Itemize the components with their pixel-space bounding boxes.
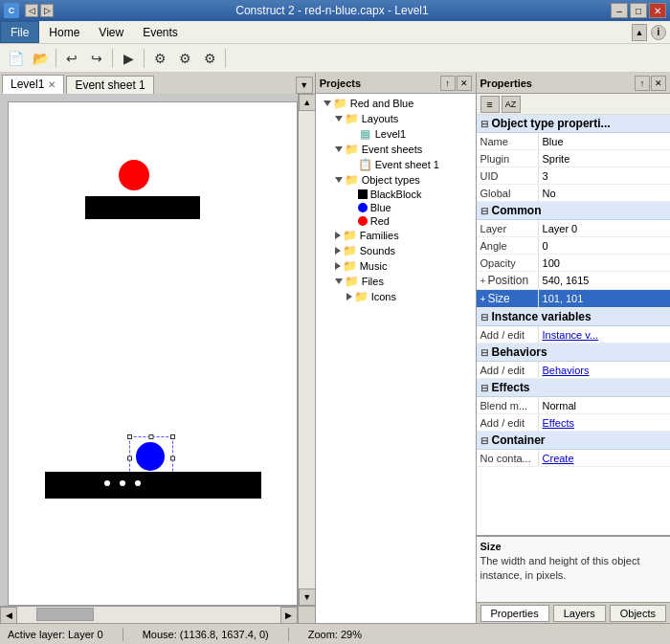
section-behaviors[interactable]: ⊟ Behaviors — [477, 344, 670, 362]
props-list-btn[interactable]: ≡ — [480, 96, 500, 113]
props-label-size: + Size — [477, 290, 539, 307]
tree-sounds[interactable]: 📁 Sounds — [316, 243, 476, 258]
redo-btn[interactable]: ↪ — [85, 47, 108, 70]
sel-handle-tr[interactable] — [170, 434, 175, 439]
minimize-button[interactable]: – — [611, 3, 628, 18]
horizontal-scrollbar[interactable]: ◀ ▶ — [0, 606, 298, 623]
new-btn[interactable]: 📄 — [4, 47, 27, 70]
tab-dropdown[interactable]: ▼ — [296, 77, 313, 94]
menu-home[interactable]: Home — [39, 21, 89, 43]
scroll-left-btn[interactable]: ◀ — [0, 607, 17, 623]
tab-eventsheet[interactable]: Event sheet 1 — [66, 76, 153, 94]
section-container[interactable]: ⊟ Container — [477, 432, 670, 450]
open-btn[interactable]: 📂 — [29, 47, 52, 70]
tree-layouts-icon: 📁 — [345, 112, 360, 125]
tab-level1[interactable]: Level1 ✕ — [2, 75, 64, 94]
section-behaviors-toggle[interactable]: ⊟ — [480, 347, 488, 358]
menu-events[interactable]: Events — [133, 21, 188, 43]
scroll-up-btn[interactable]: ▲ — [299, 94, 315, 111]
props-sort-btn[interactable]: AZ — [502, 96, 521, 113]
props-label-plugin: Plugin — [477, 150, 539, 167]
toolbar-small-btn2[interactable]: ▷ — [40, 4, 54, 17]
maximize-button[interactable]: □ — [630, 3, 647, 18]
position-expand[interactable]: + — [480, 276, 486, 286]
hscroll-track[interactable] — [17, 607, 280, 623]
menu-view[interactable]: View — [89, 21, 133, 43]
toolbar-small-btn[interactable]: ◁ — [25, 4, 38, 17]
scroll-right-btn[interactable]: ▶ — [280, 607, 298, 623]
menu-arrow-up[interactable]: ▲ — [632, 24, 647, 41]
behaviors-link[interactable]: Behaviors — [543, 365, 590, 376]
btab-properties[interactable]: Properties — [480, 605, 549, 622]
section-instancevars-toggle[interactable]: ⊟ — [480, 312, 488, 322]
sel-handle-tm[interactable] — [149, 434, 154, 439]
btab-layers[interactable]: Layers — [553, 605, 606, 622]
tree-sounds-icon: 📁 — [343, 244, 358, 257]
tree-files[interactable]: 📁 Files — [316, 274, 476, 289]
projects-close-btn[interactable]: ✕ — [457, 76, 472, 91]
projects-pin-btn[interactable]: ↑ — [440, 76, 456, 91]
canvas-inner[interactable] — [8, 101, 298, 606]
tree-object-types[interactable]: 📁 Object types — [316, 172, 476, 188]
btab-objects[interactable]: Objects — [610, 605, 666, 622]
props-row-behaviors-link: Add / edit Behaviors — [477, 362, 670, 379]
create-link[interactable]: Create — [543, 453, 574, 464]
props-val-instance: Instance v... — [539, 326, 670, 343]
props-close-btn[interactable]: ✕ — [651, 76, 666, 91]
section-objtype[interactable]: ⊟ Object type properti... — [477, 115, 670, 133]
tree-layouts[interactable]: 📁 Layouts — [316, 111, 476, 126]
tree-root[interactable]: 📁 Red and Blue — [316, 96, 476, 111]
status-sep2 — [288, 628, 289, 641]
vscroll-track[interactable] — [299, 111, 315, 588]
projects-tree[interactable]: 📁 Red and Blue 📁 Layouts ▦ Level1 📁 Even… — [316, 94, 476, 623]
section-objtype-label: Object type properti... — [492, 117, 611, 130]
tab-level1-close[interactable]: ✕ — [48, 79, 56, 90]
section-container-toggle[interactable]: ⊟ — [480, 435, 488, 446]
toolbar-sep2 — [112, 49, 113, 68]
section-common-toggle[interactable]: ⊟ — [480, 206, 488, 216]
left-panel: Level1 ✕ Event sheet 1 ▼ — [0, 73, 316, 623]
tree-icons[interactable]: 📁 Icons — [316, 289, 476, 304]
settings-btn2[interactable]: ⚙ — [173, 47, 196, 70]
size-expand[interactable]: + — [480, 294, 486, 304]
play-btn[interactable]: ▶ — [117, 47, 140, 70]
tree-red[interactable]: Red — [316, 214, 476, 228]
close-button[interactable]: ✕ — [649, 3, 666, 18]
projects-title: Projects — [320, 78, 361, 89]
menu-info[interactable]: i — [651, 25, 666, 40]
black-rect-bottom — [45, 472, 261, 499]
settings-btn3[interactable]: ⚙ — [198, 47, 221, 70]
effects-link[interactable]: Effects — [543, 417, 574, 429]
tree-event-sheets[interactable]: 📁 Event sheets — [316, 142, 476, 157]
hscroll-thumb[interactable] — [36, 608, 94, 621]
section-effects[interactable]: ⊟ Effects — [477, 379, 670, 397]
props-val-global: No — [539, 185, 670, 201]
undo-btn[interactable]: ↩ — [60, 47, 83, 70]
section-effects-toggle[interactable]: ⊟ — [480, 383, 488, 393]
tree-event-sheet1[interactable]: 📋 Event sheet 1 — [316, 157, 476, 172]
section-instance-vars[interactable]: ⊟ Instance variables — [477, 308, 670, 326]
tree-root-toggle — [324, 100, 331, 106]
props-pin-btn[interactable]: ↑ — [635, 76, 650, 91]
tree-blackblock[interactable]: BlackBlock — [316, 188, 476, 201]
canvas-area[interactable]: ▲ ▼ ◀ ▶ — [0, 94, 315, 623]
props-label-position: + Position — [477, 272, 539, 289]
props-label-blend: Blend m... — [477, 397, 539, 413]
scroll-down-btn[interactable]: ▼ — [299, 588, 315, 606]
sel-handle-mr[interactable] — [170, 456, 175, 461]
vertical-scrollbar[interactable]: ▲ ▼ — [298, 94, 315, 606]
menu-file[interactable]: File — [0, 21, 39, 43]
sel-handle-ml[interactable] — [127, 456, 132, 461]
settings-btn1[interactable]: ⚙ — [148, 47, 171, 70]
props-val-plugin: Sprite — [539, 150, 670, 167]
sel-handle-tl[interactable] — [127, 434, 132, 439]
tree-red-icon — [358, 216, 368, 226]
tree-music[interactable]: 📁 Music — [316, 258, 476, 274]
tree-blue[interactable]: Blue — [316, 201, 476, 214]
tree-level1[interactable]: ▦ Level1 — [316, 126, 476, 142]
instance-link[interactable]: Instance v... — [543, 329, 599, 341]
section-objtype-toggle[interactable]: ⊟ — [480, 119, 488, 129]
tree-families[interactable]: 📁 Families — [316, 228, 476, 243]
props-val-behaviors: Behaviors — [539, 362, 670, 378]
section-common[interactable]: ⊟ Common — [477, 202, 670, 220]
